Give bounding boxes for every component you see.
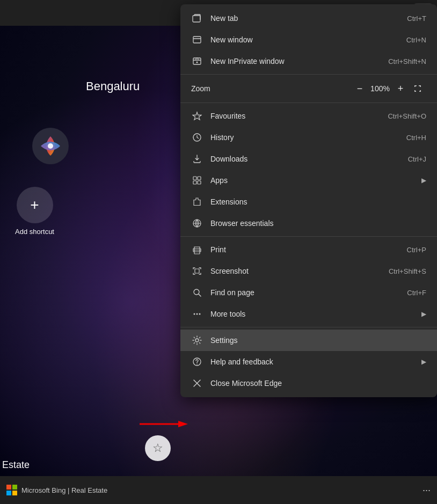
divider-4 [180, 327, 437, 327]
new-tab-icon [191, 12, 203, 24]
menu-item-print[interactable]: Print Ctrl+P [180, 239, 437, 260]
menu-item-downloads[interactable]: Downloads Ctrl+J [180, 148, 437, 170]
svg-marker-10 [178, 421, 188, 427]
add-shortcut-label: Add shortcut [15, 228, 54, 236]
help-and-feedback-label: Help and feedback [210, 357, 417, 366]
inprivate-shortcut: Ctrl+Shift+N [388, 57, 426, 65]
more-tools-label: More tools [210, 310, 417, 318]
svg-rect-23 [195, 269, 199, 273]
bottom-taskbar: Microsoft Bing | Real Estate ··· [0, 476, 437, 504]
menu-item-new-window[interactable]: New window Ctrl+N [180, 29, 437, 50]
svg-rect-11 [193, 16, 200, 22]
zoom-row: Zoom − 100% + [180, 77, 437, 100]
menu-item-apps[interactable]: Apps ▶ [180, 170, 437, 191]
close-edge-label: Close Microsoft Edge [210, 379, 426, 388]
svg-point-28 [199, 313, 201, 315]
menu-item-more-tools[interactable]: More tools ▶ [180, 303, 437, 325]
add-shortcut-circle: + [17, 187, 53, 223]
page-title-bottom: Microsoft Bing | Real Estate [21, 486, 418, 494]
zoom-fullscreen-button[interactable] [409, 80, 426, 97]
svg-rect-19 [198, 177, 201, 180]
downloads-icon [191, 153, 203, 165]
extensions-label: Extensions [210, 198, 426, 206]
close-edge-icon [191, 377, 203, 389]
red-arrow-left [140, 418, 188, 430]
divider-3 [180, 236, 437, 237]
svg-rect-18 [193, 177, 196, 180]
menu-item-history[interactable]: History Ctrl+H [180, 127, 437, 148]
svg-rect-20 [193, 181, 196, 184]
apps-icon [191, 174, 203, 186]
menu-item-settings[interactable]: Settings [180, 330, 437, 351]
divider-1 [180, 74, 437, 75]
menu-item-find-on-page[interactable]: Find on page Ctrl+F [180, 282, 437, 303]
divider-2 [180, 103, 437, 103]
menu-item-close-edge[interactable]: Close Microsoft Edge [180, 372, 437, 394]
svg-point-16 [196, 62, 198, 63]
menu-item-favourites[interactable]: Favourites Ctrl+Shift+O [180, 105, 437, 127]
print-icon [191, 244, 203, 255]
svg-point-0 [48, 143, 53, 149]
menu-item-new-tab[interactable]: New tab Ctrl+T [180, 8, 437, 29]
menu-item-inprivate[interactable]: New InPrivate window Ctrl+Shift+N [180, 50, 437, 72]
favourites-shortcut: Ctrl+Shift+O [388, 112, 426, 120]
settings-label: Settings [210, 336, 426, 345]
favourites-icon [191, 110, 203, 122]
more-tools-icon [191, 308, 203, 320]
new-window-shortcut: Ctrl+N [406, 36, 426, 44]
inprivate-icon [191, 55, 203, 67]
screenshot-shortcut: Ctrl+Shift+S [389, 267, 426, 275]
new-window-icon [191, 34, 203, 46]
zoom-increase-button[interactable]: + [392, 80, 409, 97]
inprivate-label: New InPrivate window [210, 57, 377, 65]
more-tools-submenu-arrow: ▶ [421, 310, 426, 318]
find-on-page-shortcut: Ctrl+F [407, 289, 426, 297]
add-shortcut-button[interactable]: + Add shortcut [15, 187, 54, 236]
svg-point-27 [196, 313, 198, 315]
svg-point-29 [195, 339, 199, 342]
menu-item-browser-essentials[interactable]: Browser essentials [180, 213, 437, 234]
settings-icon [191, 334, 203, 346]
svg-rect-14 [193, 58, 201, 64]
city-name: Bengaluru [86, 79, 140, 93]
help-submenu-arrow: ▶ [421, 358, 426, 366]
svg-rect-12 [193, 36, 201, 43]
history-label: History [210, 133, 396, 142]
screenshot-label: Screenshot [210, 267, 378, 275]
copilot-button[interactable] [32, 128, 69, 164]
context-menu: New tab Ctrl+T New window Ctrl+N New InP… [180, 4, 437, 397]
browser-essentials-icon [191, 217, 203, 229]
new-window-label: New window [210, 35, 396, 44]
svg-point-31 [196, 364, 198, 365]
history-shortcut: Ctrl+H [406, 134, 426, 142]
downloads-label: Downloads [210, 155, 397, 163]
screenshot-icon [191, 265, 203, 277]
new-tab-label: New tab [210, 14, 396, 23]
favourites-label: Favourites [210, 112, 377, 120]
favourites-button[interactable]: ☆ [145, 435, 171, 461]
history-icon [191, 132, 203, 143]
svg-point-26 [194, 313, 195, 315]
zoom-value: 100% [368, 84, 392, 93]
browser-essentials-label: Browser essentials [210, 219, 426, 228]
svg-line-25 [199, 294, 201, 296]
new-tab-shortcut: Ctrl+T [407, 14, 426, 23]
apps-submenu-arrow: ▶ [421, 177, 426, 184]
menu-item-help-and-feedback[interactable]: Help and feedback ▶ [180, 351, 437, 372]
windows-icon [6, 485, 17, 495]
help-icon [191, 356, 203, 368]
zoom-label: Zoom [191, 84, 351, 93]
find-on-page-label: Find on page [210, 288, 396, 297]
print-label: Print [210, 245, 396, 254]
find-on-page-icon [191, 287, 203, 298]
star-icon: ☆ [152, 441, 163, 455]
windows-logo[interactable] [6, 485, 17, 495]
zoom-decrease-button[interactable]: − [351, 80, 368, 97]
estate-label: Estate [0, 459, 30, 473]
menu-item-screenshot[interactable]: Screenshot Ctrl+Shift+S [180, 260, 437, 282]
menu-item-extensions[interactable]: Extensions [180, 191, 437, 213]
extensions-icon [191, 196, 203, 208]
apps-label: Apps [210, 176, 417, 185]
plus-icon: + [30, 196, 39, 214]
bottom-more-button[interactable]: ··· [423, 485, 431, 496]
